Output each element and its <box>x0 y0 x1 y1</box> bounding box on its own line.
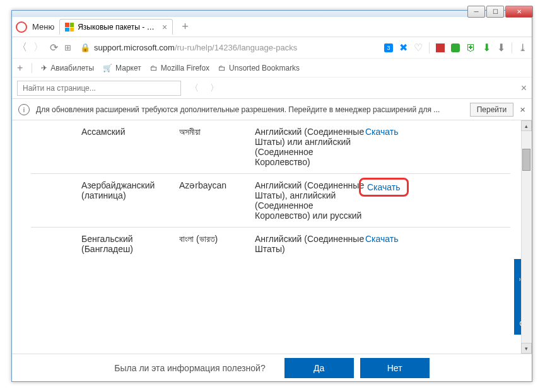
download-link-highlighted[interactable]: Скачать <box>367 182 401 192</box>
reload-button[interactable]: ⟳ <box>50 42 58 54</box>
bookmark-label: Авиабилеты <box>50 64 94 72</box>
table-row: Бенгальский (Бангладеш) বাংলা (ভারত) Анг… <box>31 227 510 260</box>
feedback-no-button[interactable]: Нет <box>360 358 430 378</box>
bookmark-unsorted[interactable]: 🗀Unsorted Bookmarks <box>218 64 300 72</box>
add-bookmark-button[interactable]: + <box>17 62 23 74</box>
lang-name: Бенгальский (Бангладеш) <box>31 234 179 254</box>
cart-icon: 🛒 <box>103 64 112 72</box>
bookmark-label: Unsorted Bookmarks <box>229 64 300 72</box>
lang-base: Английский (Соединенные Штаты) или англи… <box>255 127 365 167</box>
titlebar <box>12 11 532 17</box>
new-tab-button[interactable]: + <box>178 20 192 33</box>
lock-icon: 🔒 <box>80 43 90 52</box>
maximize-button[interactable]: ☐ <box>486 6 504 18</box>
back-button[interactable]: 〈 <box>17 41 27 54</box>
bookmark-market[interactable]: 🛒Маркет <box>103 64 141 72</box>
badge-count[interactable]: 3 <box>384 43 393 52</box>
find-prev-button[interactable]: 〈 <box>187 83 201 94</box>
folder-icon: 🗀 <box>218 64 226 72</box>
table-row: Ассамский অসমীয়া Английский (Соединенны… <box>31 120 510 173</box>
opera-logo-icon <box>16 21 27 33</box>
scroll-down-button[interactable]: ▾ <box>521 343 532 354</box>
blocker-icon[interactable]: ✖ <box>399 42 407 54</box>
download-icon-1[interactable]: ⬇ <box>483 42 491 54</box>
lang-name: Ассамский <box>31 127 179 167</box>
feedback-footer: Была ли эта информация полезной? Да Нет <box>12 354 532 381</box>
find-close-button[interactable]: × <box>521 83 527 94</box>
notification-goto-button[interactable]: Перейти <box>470 103 514 117</box>
notification-text: Для обновления расширений требуются допо… <box>36 105 464 114</box>
lang-native: বাংলা (ভারত) <box>179 234 255 254</box>
shield-icon[interactable]: ⛨ <box>466 42 476 54</box>
url-host: support.microsoft.com <box>94 43 175 52</box>
lang-native: Azərbaycan <box>179 180 255 221</box>
download-link[interactable]: Скачать <box>365 127 399 137</box>
download-link[interactable]: Скачать <box>365 234 399 244</box>
bookmark-mozilla[interactable]: 🗀Mozilla Firefox <box>150 64 209 72</box>
scrollbar-track[interactable]: ▴ ▾ <box>521 120 532 354</box>
feedback-yes-button[interactable]: Да <box>284 358 354 378</box>
bookmark-aviabilety[interactable]: ✈Авиабилеты <box>41 64 94 72</box>
microsoft-favicon-icon <box>65 23 74 32</box>
speed-dial-icon[interactable]: ⊞ <box>64 43 71 52</box>
close-window-button[interactable]: ✕ <box>505 6 533 18</box>
table-row: Азербайджанский (латиница) Azərbaycan Ан… <box>31 173 510 227</box>
tab-close-icon[interactable]: × <box>162 22 167 32</box>
tab-title: Языковые пакеты - Wind <box>78 23 158 32</box>
forward-button[interactable]: 〉 <box>33 41 44 54</box>
extension-icon-1[interactable] <box>436 43 445 52</box>
heart-icon[interactable]: ♡ <box>414 42 423 54</box>
menu-button[interactable]: Меню <box>32 22 54 32</box>
scrollbar-thumb[interactable] <box>522 149 530 171</box>
address-bar[interactable]: 🔒 support.microsoft.com/ru-ru/help/14236… <box>78 42 378 54</box>
lang-native: অসমীয়া <box>179 127 255 167</box>
url-path: /ru-ru/help/14236/language-packs <box>175 43 297 52</box>
browser-tab[interactable]: Языковые пакеты - Wind × <box>59 19 173 35</box>
lang-name: Азербайджанский (латиница) <box>31 180 179 221</box>
lang-base: Английский (Соединенные Штаты) <box>255 234 365 254</box>
find-input[interactable] <box>17 81 181 96</box>
feedback-question: Была ли эта информация полезной? <box>114 363 265 373</box>
plane-icon: ✈ <box>41 64 47 72</box>
download-icon-2[interactable]: ⬇ <box>497 42 505 54</box>
downloads-button[interactable]: ⤓ <box>519 42 527 54</box>
bookmark-label: Маркет <box>115 64 141 72</box>
minimize-button[interactable]: ─ <box>467 6 485 18</box>
bookmark-label: Mozilla Firefox <box>161 64 209 72</box>
info-icon: i <box>18 104 30 115</box>
scroll-up-button[interactable]: ▴ <box>521 120 532 131</box>
folder-icon: 🗀 <box>150 64 158 72</box>
notification-close-button[interactable]: × <box>520 104 525 115</box>
extension-icon-2[interactable] <box>451 43 460 52</box>
find-next-button[interactable]: 〉 <box>208 83 221 94</box>
lang-base: Английский (Соединенные Штаты), английск… <box>255 180 365 221</box>
